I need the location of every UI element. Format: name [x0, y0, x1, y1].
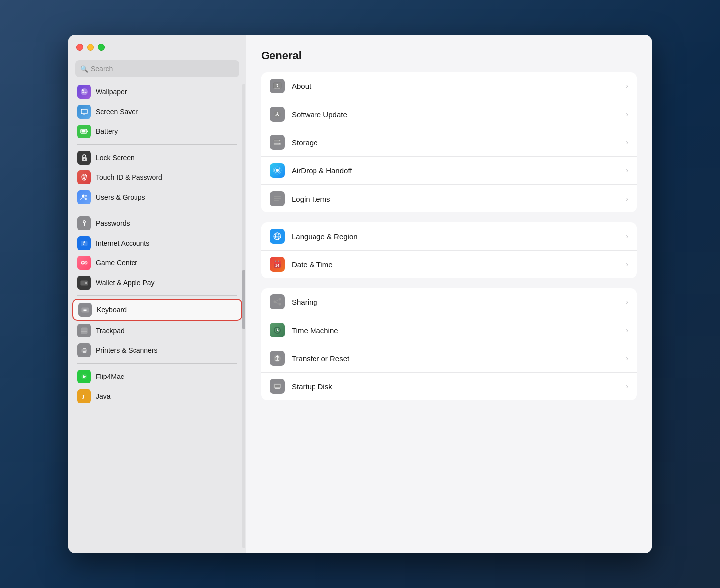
sidebar-item-printers[interactable]: Printers & Scanners	[72, 340, 242, 360]
sidebar-item-keyboard[interactable]: Keyboard	[72, 299, 242, 321]
users-label: Users & Groups	[96, 193, 145, 201]
language-chevron: ›	[626, 232, 628, 240]
svg-rect-82	[275, 388, 280, 389]
search-icon: 🔍	[80, 65, 88, 73]
system-preferences-window: 🔍 Search Wallpaper	[68, 35, 652, 553]
svg-rect-46	[277, 86, 278, 87]
settings-row-datetime[interactable]: 14 Date & Time ›	[261, 251, 637, 278]
sidebar-item-touchid[interactable]: Touch ID & Password	[72, 168, 242, 187]
svg-rect-32	[87, 310, 88, 311]
touchid-label: Touch ID & Password	[96, 173, 162, 181]
svg-rect-33	[81, 328, 87, 334]
datetime-icon: 14	[270, 257, 285, 272]
sidebar-item-battery[interactable]: Battery	[72, 122, 242, 141]
settings-row-airdrop[interactable]: AirDrop & Handoff ›	[261, 157, 637, 185]
sidebar-scroll[interactable]: Wallpaper Screen Saver	[68, 82, 246, 553]
airdrop-icon	[270, 163, 285, 178]
software-update-icon	[270, 107, 285, 122]
battery-icon	[77, 125, 91, 138]
sharing-chevron: ›	[626, 298, 628, 306]
sidebar-section-display: Wallpaper Screen Saver	[72, 82, 242, 141]
svg-rect-2	[81, 109, 87, 114]
keyboard-icon	[78, 303, 92, 317]
settings-row-timemachine[interactable]: Time Machine ›	[261, 316, 637, 344]
svg-point-11	[84, 221, 85, 223]
settings-row-transfer[interactable]: Transfer or Reset ›	[261, 344, 637, 373]
settings-row-sharing[interactable]: Sharing ›	[261, 288, 637, 316]
sidebar-item-screensaver[interactable]: Screen Saver	[72, 102, 242, 122]
software-update-label: Software Update	[292, 110, 619, 119]
gamecenter-icon	[77, 256, 91, 270]
login-items-chevron: ›	[626, 195, 628, 203]
search-bar[interactable]: 🔍 Search	[75, 60, 239, 77]
settings-group-3: Sharing › Time Machine ›	[261, 288, 637, 400]
close-button[interactable]	[76, 44, 83, 51]
sidebar-section-other: Flip4Mac J Java	[72, 367, 242, 406]
sidebar-item-flip4mac[interactable]: Flip4Mac	[72, 367, 242, 386]
svg-point-0	[81, 88, 88, 95]
maximize-button[interactable]	[98, 44, 105, 51]
minimize-button[interactable]	[87, 44, 94, 51]
settings-row-startup[interactable]: Startup Disk ›	[261, 373, 637, 400]
svg-point-19	[85, 262, 86, 262]
svg-point-24	[85, 283, 86, 284]
titlebar	[68, 35, 246, 60]
sidebar-item-internet[interactable]: @ Internet Accounts	[72, 233, 242, 253]
java-icon: J	[77, 389, 91, 403]
lockscreen-label: Lock Screen	[96, 154, 135, 162]
svg-text:@: @	[83, 241, 86, 246]
sidebar-section-input: Keyboard Trackpad	[72, 299, 242, 360]
wallet-icon	[77, 276, 91, 290]
svg-point-10	[85, 195, 87, 197]
svg-line-73	[276, 302, 279, 304]
svg-point-15	[84, 261, 88, 265]
sidebar-item-trackpad[interactable]: Trackpad	[72, 321, 242, 340]
settings-row-software-update[interactable]: Software Update ›	[261, 100, 637, 128]
settings-group-2: Language & Region › 14 Date & Time ›	[261, 222, 637, 278]
sidebar-item-wallpaper[interactable]: Wallpaper	[72, 82, 242, 102]
svg-point-70	[274, 301, 276, 303]
timemachine-icon	[270, 323, 285, 337]
timemachine-chevron: ›	[626, 326, 628, 334]
internet-icon: @	[77, 236, 91, 250]
login-items-icon	[270, 191, 285, 206]
datetime-chevron: ›	[626, 260, 628, 268]
sidebar-item-wallet[interactable]: Wallet & Apple Pay	[72, 273, 242, 293]
svg-point-51	[279, 143, 280, 144]
java-label: Java	[96, 392, 111, 400]
svg-rect-6	[82, 130, 86, 133]
svg-rect-29	[87, 309, 88, 310]
svg-text:J: J	[82, 394, 85, 400]
sidebar-item-gamecenter[interactable]: Game Center	[72, 253, 242, 273]
transfer-label: Transfer or Reset	[292, 354, 619, 363]
settings-group-1: About › Software Update ›	[261, 72, 637, 212]
storage-chevron: ›	[626, 138, 628, 146]
sidebar-scrollbar-track	[242, 84, 245, 548]
airdrop-label: AirDrop & Handoff	[292, 167, 619, 175]
settings-row-storage[interactable]: Storage ›	[261, 128, 637, 157]
svg-point-71	[279, 303, 281, 306]
svg-point-18	[85, 262, 85, 263]
svg-point-20	[86, 262, 87, 263]
flip4mac-label: Flip4Mac	[96, 373, 124, 380]
settings-row-about[interactable]: About ›	[261, 72, 637, 100]
settings-row-login-items[interactable]: Login Items ›	[261, 185, 637, 212]
svg-rect-26	[83, 309, 84, 310]
svg-rect-44	[276, 89, 278, 90]
sidebar-item-lockscreen[interactable]: Lock Screen	[72, 148, 242, 168]
timemachine-label: Time Machine	[292, 326, 619, 335]
datetime-label: Date & Time	[292, 260, 619, 269]
sidebar-section-security: Lock Screen Touch ID & Password	[72, 148, 242, 207]
touchid-icon	[77, 170, 91, 184]
sidebar-item-users[interactable]: Users & Groups	[72, 187, 242, 207]
svg-rect-66	[275, 261, 276, 262]
gamecenter-label: Game Center	[96, 259, 137, 267]
settings-row-language[interactable]: Language & Region ›	[261, 222, 637, 251]
sidebar-item-passwords[interactable]: Passwords	[72, 213, 242, 233]
sharing-icon	[270, 294, 285, 309]
main-content: General About ›	[246, 35, 652, 553]
passwords-icon	[77, 216, 91, 230]
sidebar-item-java[interactable]: J Java	[72, 386, 242, 406]
sidebar-scrollbar-thumb[interactable]	[242, 270, 245, 329]
svg-rect-56	[274, 198, 281, 199]
